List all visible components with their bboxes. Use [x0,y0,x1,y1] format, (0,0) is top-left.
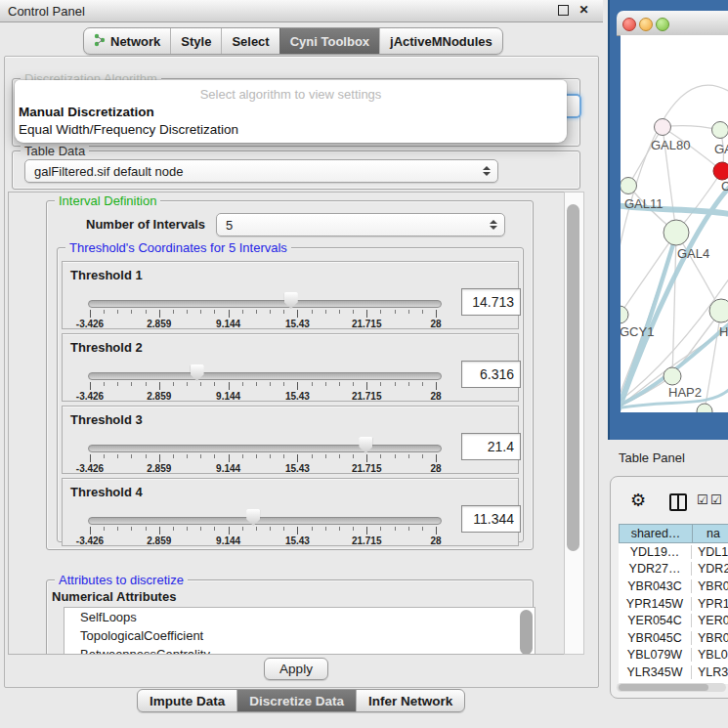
node-h[interactable] [709,299,728,322]
table-body[interactable]: YDL19…YDL1 YDR27…YDR2 YBR043CYBR0 YPR145… [619,543,728,684]
tab-discretize-data[interactable]: Discretize Data [236,690,356,711]
apply-button[interactable]: Apply [264,658,328,680]
tick-label: 21.715 [352,391,382,402]
node-label: GAL4 [677,246,709,261]
table-header-row: shared… na [619,524,728,543]
network-window-titlebar[interactable] [617,11,728,36]
node-label: GAL11 [624,196,664,211]
table-row[interactable]: YLR345WYLR3 [619,664,728,681]
node-gal11[interactable] [621,178,637,194]
tab-label: jActiveMNodules [390,34,492,49]
threshold-value-field[interactable]: 21.4 [461,433,521,460]
cell: YBR043C [619,579,692,593]
threshold-value-field[interactable]: 14.713 [461,288,521,316]
algorithm-option-equal-width[interactable]: Equal Width/Frequency Discretization [19,122,238,137]
threshold-value-field[interactable]: 6.316 [461,361,521,388]
node-gcy1[interactable] [621,306,628,323]
slider-handle[interactable] [246,509,260,526]
tick-label: 15.43 [285,535,310,546]
table-row[interactable]: YBL079WYBL0 [619,647,728,664]
table-row[interactable]: YBR043CYBR0 [619,578,728,595]
tick-label: 9.144 [216,535,240,546]
settings-scrollbar[interactable] [564,192,584,655]
close-traffic-light-icon[interactable] [622,18,636,31]
slider-handle[interactable] [359,437,372,453]
slider-tick-labels: -3.426 2.859 9.144 15.43 21.715 28 [90,319,436,330]
tick-label: 15.43 [285,391,310,402]
slider-handle[interactable] [284,292,298,309]
tick-label: 9.144 [216,391,240,402]
node-label: C [721,179,728,193]
list-item[interactable]: BetweennessCentrality [64,645,535,655]
list-item[interactable]: SelfLoops [64,608,535,626]
node-gal80[interactable] [655,119,671,136]
numerical-attributes-label: Numerical Attributes [52,589,176,604]
table-row[interactable]: YER054CYER0 [619,612,728,629]
tab-cyni-toolbox[interactable]: Cyni Toolbox [279,28,379,54]
threshold-row: Threshold 1 -3.426 2.859 9.144 15.43 21.… [62,261,519,329]
settings-viewport: Interval Definition Number of Intervals … [8,192,565,655]
node-ga[interactable] [712,122,728,139]
node-bottom[interactable] [697,404,712,412]
tab-jactivemnodules[interactable]: jActiveMNodules [379,28,502,54]
table-row[interactable]: YDR27…YDR2 [619,561,728,578]
tick-label: 28 [430,319,441,329]
list-scrollbar[interactable] [520,610,533,655]
list-item[interactable]: TopologicalCoefficient [64,626,535,645]
node-selected-red[interactable] [713,162,728,180]
tab-impute-data[interactable]: Impute Data [138,690,236,711]
tab-style[interactable]: Style [170,28,221,54]
slider-tick-labels: -3.426 2.859 9.144 15.43 21.715 28 [90,391,436,403]
gear-icon[interactable]: ⚙ [630,490,646,511]
table-data-combo[interactable]: galFiltered.sif default node [24,159,498,183]
number-of-intervals-label: Number of Intervals [86,217,205,232]
settings-scrollbar-thumb[interactable] [567,204,579,551]
slider-tick-labels: -3.426 2.859 9.144 15.43 21.715 28 [90,463,436,475]
table-row[interactable]: YDL19…YDL1 [619,543,728,561]
cell: YER0 [692,614,728,627]
algorithm-placeholder: Select algorithm to view settings [15,87,567,102]
slider-ticks [90,454,436,462]
tick-label: 15.43 [285,319,310,329]
node-gal4[interactable] [664,220,689,245]
maximize-traffic-light-icon[interactable] [656,18,669,31]
tab-select[interactable]: Select [221,28,278,54]
network-graph: GAL80 GA C GAL11 GAL4 GCY1 H HAP2 [621,35,728,412]
node-label: GAL80 [651,138,690,152]
table-row[interactable]: YPR145WYPR1 [619,595,728,613]
combo-stepper-icon [479,166,494,176]
float-window-button[interactable] [557,4,570,17]
number-of-intervals-combo[interactable]: 5 [216,213,505,236]
tab-label: Style [181,34,211,49]
column-layout-icon[interactable] [669,493,687,511]
numerical-attributes-list[interactable]: SelfLoops TopologicalCoefficient Between… [64,607,535,655]
tick-label: 9.144 [216,319,240,329]
control-panel-tabbar: Network Style Select Cyni Toolbox jActiv… [83,27,503,55]
control-panel-titlebar: Control Panel [0,0,603,22]
tab-infer-network[interactable]: Infer Network [356,690,464,711]
network-view-window: GAL80 GA C GAL11 GAL4 GCY1 H HAP2 [608,0,728,440]
minimize-traffic-light-icon[interactable] [639,18,653,31]
close-panel-button[interactable]: ✕ [578,4,590,17]
table-panel-container: ⚙ ☑ ☑ shared… na YDL19…YDL1 YDR27…YDR2 Y… [610,476,728,699]
threshold-value-field[interactable]: 11.344 [461,505,521,533]
table-horizontal-scrollbar[interactable] [617,683,726,692]
select-none-checkbox-icon[interactable]: ☑ [710,492,722,507]
algorithm-option-manual[interactable]: Manual Discretization [19,105,154,119]
threshold-label: Threshold 1 [70,268,143,282]
table-horizontal-scrollbar-thumb[interactable] [619,684,708,691]
network-canvas[interactable]: GAL80 GA C GAL11 GAL4 GCY1 H HAP2 [621,35,728,412]
cyni-bottom-tabbar: Impute Data Discretize Data Infer Networ… [137,689,465,712]
tab-label: Infer Network [368,694,452,708]
tick-label: 28 [430,391,441,402]
select-all-checkbox-icon[interactable]: ☑ [697,492,708,507]
tick-label: 9.144 [216,463,240,474]
tick-label: 21.715 [352,463,382,474]
column-header-name[interactable]: na [693,524,728,543]
tab-network[interactable]: Network [84,28,170,54]
node-hap2[interactable] [664,367,681,385]
table-row[interactable]: YBR045CYBR0 [619,629,728,647]
tab-label: Network [110,34,160,49]
column-header-shared[interactable]: shared… [619,524,693,543]
slider-handle[interactable] [191,364,204,381]
